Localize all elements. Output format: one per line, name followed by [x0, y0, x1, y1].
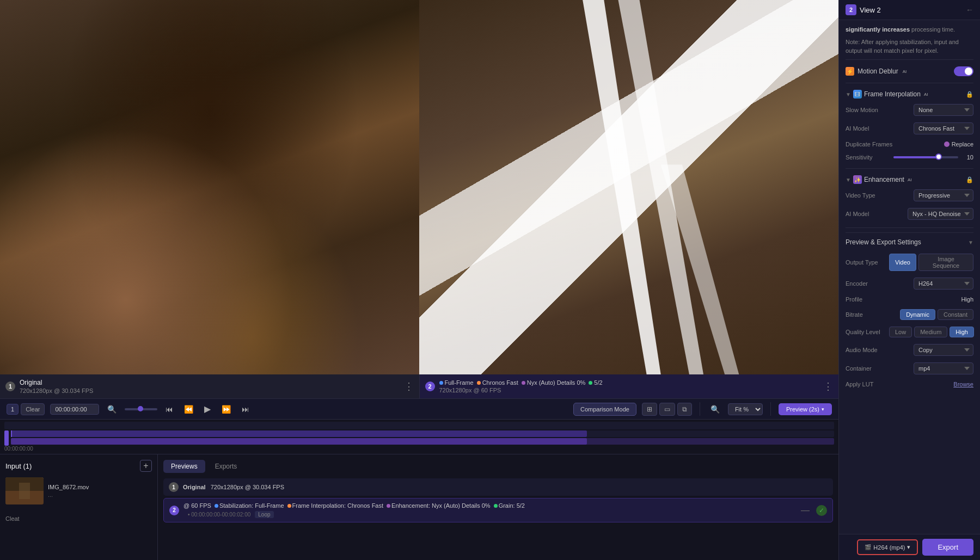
enh-icon: ✨	[853, 175, 862, 184]
slow-motion-select[interactable]: None	[914, 104, 973, 116]
tab-exports[interactable]: Exports	[207, 460, 245, 473]
profile-value: High	[961, 296, 973, 303]
duplicate-frames-label: Duplicate Frames	[846, 141, 892, 147]
container-select[interactable]: mp4	[914, 362, 973, 374]
view-badge: 2	[846, 4, 856, 15]
format-label: H264 (mp4)	[873, 544, 905, 551]
clear-button[interactable]: Clear	[21, 403, 45, 415]
motion-deblur-toggle[interactable]	[954, 66, 973, 76]
output-video-button[interactable]: Video	[889, 254, 916, 271]
sensitivity-slider[interactable]	[893, 156, 958, 158]
ai-model2-select[interactable]: Nyx - HQ Denoise	[908, 208, 973, 220]
motion-deblur-title: ⚡ Motion Deblur AI	[846, 67, 906, 76]
fi-lock-icon[interactable]: 🔒	[966, 91, 973, 98]
fit-select[interactable]: Fit %	[728, 403, 763, 415]
badge-dot-chronos	[477, 381, 481, 385]
zoom-icon-button[interactable]: 🔍	[708, 403, 722, 415]
format-video-icon: 🎬	[865, 544, 871, 550]
split-view-button[interactable]: ⧉	[677, 403, 692, 416]
export-button[interactable]: Export	[922, 539, 973, 556]
input-panel: Input (1) + IMG_8672.mov ...	[0, 454, 158, 560]
audio-mode-row: Audio Mode Copy	[846, 341, 973, 359]
play-button[interactable]: ▶	[201, 402, 213, 416]
quality-high-button[interactable]: High	[950, 327, 974, 337]
timeline-track-2[interactable]	[11, 438, 834, 445]
video-type-select[interactable]: Progressive	[914, 189, 973, 201]
frame-indicator[interactable]: 1	[7, 404, 19, 415]
view-icons: ⊞ ▭ ⧉	[642, 403, 692, 416]
tab-previews[interactable]: Previews	[163, 460, 205, 473]
svg-rect-5	[19, 483, 30, 499]
bitrate-constant-button[interactable]: Constant	[938, 309, 973, 320]
skip-end-button[interactable]: ⏭	[239, 403, 252, 415]
panel1-menu[interactable]: ⋮	[404, 380, 414, 392]
preview-collapse-button[interactable]: —	[799, 504, 812, 516]
badge-nyx: Nyx (Auto) Details 0%	[527, 379, 586, 386]
skip-start-button[interactable]: ⏮	[163, 403, 176, 415]
export-format-button[interactable]: 🎬 H264 (mp4) ▾	[857, 539, 918, 555]
timeline-ruler[interactable]	[4, 422, 834, 429]
bitrate-dynamic-button[interactable]: Dynamic	[900, 309, 935, 320]
bitrate-row: Bitrate Dynamic Constant	[846, 306, 973, 323]
ai-model-label: AI Model	[846, 125, 889, 132]
output-type-buttons: Video Image Sequence	[889, 254, 973, 271]
grid-view-button[interactable]: ⊞	[642, 403, 657, 416]
timeline-side-marker	[4, 430, 9, 446]
step-forward-button[interactable]: ⏩	[219, 403, 234, 415]
badge-grain: 5/2	[594, 379, 602, 386]
step-back-button[interactable]: ⏪	[181, 403, 196, 415]
preview-stabilization: Stabilization: Full-Frame	[215, 502, 284, 509]
frame-interpolation-section[interactable]: ▼ 🎞 Frame Interpolation AI 🔒	[846, 88, 973, 101]
preview-button[interactable]: Preview (2s) ▾	[779, 403, 832, 415]
badge-dot-nyx	[522, 381, 525, 385]
previews-panel: Previews Exports 1 Original 720x1280px @…	[158, 454, 838, 560]
motion-deblur-section[interactable]: ⚡ Motion Deblur AI	[846, 64, 973, 78]
add-input-button[interactable]: +	[140, 460, 152, 472]
notice-text: significantly increases processing time.	[846, 26, 973, 34]
quality-low-button[interactable]: Low	[889, 327, 912, 337]
preview-num-2: 2	[169, 506, 179, 515]
file-options-button[interactable]: ...	[48, 491, 89, 498]
preview-dropdown-icon[interactable]: ▾	[822, 407, 824, 412]
pex-header[interactable]: Preview & Export Settings ▼	[846, 236, 973, 250]
file-thumbnail[interactable]	[5, 477, 44, 504]
ai-model-select[interactable]: Chronos Fast	[914, 122, 973, 134]
enhancement-section[interactable]: ▼ ✨ Enhancement AI 🔒	[846, 173, 973, 186]
bitrate-label: Bitrate	[846, 311, 889, 318]
timecode-input[interactable]	[50, 404, 99, 415]
sidebar-close-button[interactable]: ←	[966, 5, 973, 14]
badge-fullframe: Full-Frame	[445, 379, 474, 386]
pex-chevron: ▼	[968, 239, 973, 245]
svg-marker-0	[583, 0, 661, 374]
preview-interpolation: Frame Interpolation: Chronos Fast	[287, 502, 384, 509]
file-info: IMG_8672.mov ...	[48, 484, 89, 498]
ai-model-row: AI Model Chronos Fast	[846, 119, 973, 138]
timeline-area: 00:00:00:00	[0, 419, 838, 454]
comparison-mode-button[interactable]: Comparison Mode	[573, 403, 636, 416]
output-imageseq-button[interactable]: Image Sequence	[918, 254, 973, 271]
badge-dot-fullframe	[439, 381, 443, 385]
browse-lut-link[interactable]: Browse	[953, 381, 973, 387]
panel1-bar: 1 Original 720x1280px @ 30.034 FPS ⋮	[0, 374, 420, 398]
enh-lock-icon[interactable]: 🔒	[966, 176, 973, 183]
playback-speed-slider[interactable]	[125, 408, 157, 410]
single-view-button[interactable]: ▭	[659, 403, 675, 416]
encoder-row: Encoder H264	[846, 274, 973, 293]
format-dropdown-icon[interactable]: ▾	[907, 544, 910, 551]
preview-check-icon: ✓	[816, 505, 827, 516]
panel1-title: Original	[20, 379, 400, 386]
panel2-info: Full-Frame Chronos Fast Nyx (Auto) Detai…	[439, 379, 819, 393]
container-row: Container mp4	[846, 359, 973, 378]
profile-row: Profile High	[846, 293, 973, 306]
panel1-resolution: 720x1280px @ 30.034 FPS	[20, 387, 400, 394]
frame-interpolation-title: ▼ 🎞 Frame Interpolation AI	[846, 90, 928, 99]
zoom-toggle[interactable]: 🔍	[105, 403, 119, 415]
timeline-track-1[interactable]	[11, 430, 834, 437]
encoder-select[interactable]: H264	[914, 278, 973, 290]
apply-lut-row: Apply LUT Browse	[846, 378, 973, 391]
quality-medium-button[interactable]: Medium	[914, 327, 947, 337]
sensitivity-slider-container: 10	[893, 154, 973, 161]
notice-text2: Note: After applying stabilization, inpu…	[846, 38, 973, 55]
panel2-menu[interactable]: ⋮	[823, 380, 833, 392]
audio-mode-select[interactable]: Copy	[914, 344, 973, 356]
